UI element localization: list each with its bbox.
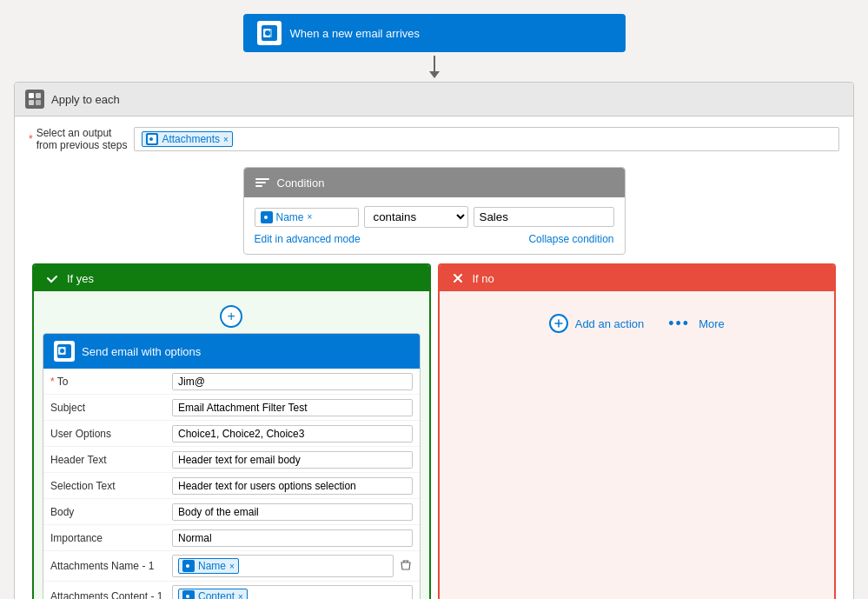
subject-input[interactable] [172, 399, 413, 416]
trigger-block[interactable]: When a new email arrives [243, 14, 626, 52]
header-text-label: Header Text [50, 454, 172, 466]
svg-point-9 [149, 137, 153, 141]
selection-text-label: Selection Text [50, 480, 172, 492]
branch-no: If no Add an action ••• More [438, 263, 837, 599]
svg-rect-4 [29, 93, 34, 98]
edit-advanced-link[interactable]: Edit in advanced mode [255, 233, 361, 245]
apply-each-icon [25, 90, 44, 109]
svg-rect-12 [255, 185, 262, 187]
condition-header: Condition [244, 168, 625, 197]
attachments-content-row: Attachments Content - 1 Content × [43, 582, 420, 599]
required-marker: * [29, 133, 33, 145]
apply-each-label: Apply to each [51, 93, 120, 106]
add-action-icon[interactable] [549, 314, 568, 333]
send-email-outlook-icon [54, 341, 75, 362]
svg-point-18 [186, 564, 189, 568]
svg-rect-17 [65, 347, 70, 355]
condition-operator[interactable]: contains [364, 206, 468, 228]
svg-point-19 [186, 595, 189, 598]
outlook-icon [257, 21, 282, 45]
body-input[interactable] [172, 503, 413, 521]
selection-text-row: Selection Text [43, 473, 420, 499]
send-email-title: Send email with options [82, 345, 201, 358]
delete-attachment-icon[interactable] [399, 558, 413, 575]
body-row: Body [43, 499, 420, 525]
body-label: Body [50, 506, 172, 518]
branch-yes-label: If yes [67, 272, 94, 285]
svg-point-16 [60, 349, 64, 353]
svg-point-2 [265, 30, 270, 36]
attachments-content-input[interactable]: Content × [172, 585, 413, 599]
arrow-down [10, 56, 858, 78]
svg-rect-5 [36, 93, 41, 98]
user-options-label: User Options [50, 428, 172, 440]
condition-left-input[interactable]: Name × [255, 208, 359, 227]
selection-text-input[interactable] [172, 477, 413, 495]
svg-point-13 [264, 216, 268, 219]
condition-left-icon [261, 211, 273, 223]
importance-row: Importance [43, 525, 420, 551]
send-email-header: Send email with options [43, 334, 420, 369]
check-icon [44, 270, 60, 286]
svg-rect-6 [29, 100, 34, 105]
condition-left-tag: Name [276, 211, 304, 223]
user-options-row: User Options [43, 421, 420, 447]
to-input[interactable] [172, 373, 413, 390]
add-action-link[interactable]: Add an action [575, 317, 645, 330]
branch-yes: If yes + [32, 263, 431, 599]
add-action-circle-yes[interactable]: + [220, 305, 242, 328]
importance-input[interactable] [172, 529, 413, 547]
attachments-tag-close[interactable]: × [223, 135, 229, 144]
attachments-tag[interactable]: Attachments × [142, 131, 233, 147]
attachments-name-row: Attachments Name - 1 Name × [43, 551, 420, 582]
branch-no-header: If no [440, 265, 835, 291]
user-options-input[interactable] [172, 425, 413, 443]
tag-outlook-icon [146, 133, 158, 145]
condition-block: Condition Name × co [243, 167, 626, 255]
output-tag-input[interactable]: Attachments × [134, 127, 839, 151]
subject-label: Subject [50, 402, 172, 414]
header-text-row: Header Text [43, 447, 420, 473]
attachments-name-close[interactable]: × [229, 562, 235, 571]
svg-rect-3 [270, 29, 275, 37]
more-link[interactable]: More [699, 317, 725, 330]
attachments-content-close[interactable]: × [238, 592, 243, 600]
send-email-card: Send email with options To Sub [43, 333, 421, 599]
attachments-name-label: Attachments Name - 1 [50, 560, 172, 572]
more-dots[interactable]: ••• [668, 315, 690, 333]
attachments-content-tag[interactable]: Content × [178, 589, 248, 599]
add-action-row: Add an action ••• More [448, 300, 826, 347]
header-text-input[interactable] [172, 451, 413, 469]
collapse-condition-link[interactable]: Collapse condition [528, 233, 613, 245]
trigger-label: When a new email arrives [290, 27, 421, 40]
attachments-name-tag[interactable]: Name × [178, 558, 239, 574]
x-icon [450, 270, 466, 286]
condition-left-close[interactable]: × [308, 212, 313, 222]
svg-rect-11 [255, 182, 266, 183]
select-output-label: Select an outputfrom previous steps [36, 127, 128, 151]
to-row: To [43, 369, 420, 395]
branch-yes-header: If yes [34, 265, 429, 291]
send-email-body: To Subject User Options [43, 369, 420, 599]
attachments-name-input[interactable]: Name × [172, 555, 394, 577]
subject-row: Subject [43, 395, 420, 421]
importance-label: Importance [50, 532, 172, 544]
svg-rect-10 [255, 178, 269, 180]
attachments-name-tag-icon [182, 560, 195, 572]
to-label: To [50, 376, 172, 388]
branch-no-label: If no [473, 272, 494, 285]
apply-each-header: Apply to each [15, 83, 853, 116]
svg-rect-7 [36, 100, 41, 105]
condition-value[interactable] [474, 207, 614, 227]
attachments-content-tag-icon [182, 590, 195, 599]
apply-each-container: Apply to each * Select an outputfrom pre… [14, 82, 854, 599]
condition-header-label: Condition [277, 176, 325, 190]
attachments-content-label: Attachments Content - 1 [50, 590, 172, 599]
